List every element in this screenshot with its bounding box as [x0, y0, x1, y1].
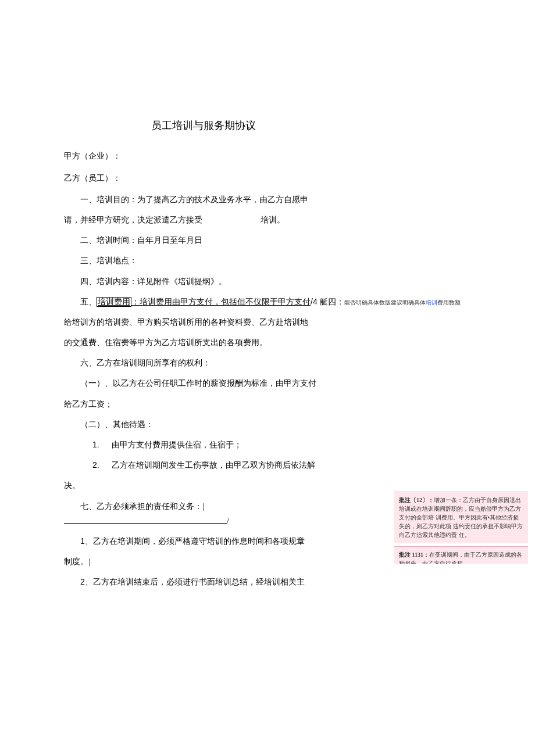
- clause-5-numref: /4 艇四：: [311, 297, 344, 306]
- clause-7-2-text: 2、乙方在培训结束后，必须进行书面培训总结，经培训相关主: [80, 577, 305, 586]
- clause-5-note: 能否明确具体数版建议明确具体培训费用数额: [344, 299, 461, 306]
- clause-1-suffix: 培训。: [261, 216, 285, 224]
- clause-5-prefix: 五、: [80, 298, 97, 306]
- clause-7-prefix: 七、乙方必须承担的责任和义务：: [80, 502, 202, 511]
- clause-5-boxed: 培训费用: [97, 297, 131, 307]
- clause-7-2: 2、乙方在培训结束后，必须进行书面培训总结，经培训相关主: [64, 575, 343, 589]
- clause-1-line1: 一、培训目的：为了提高乙方的技术及业务水平，由乙方自愿申: [64, 192, 343, 207]
- item-1-number: 1.: [92, 440, 99, 449]
- clause-7-1-text: 1、乙方在培训期间，必须严格遵守培训的作息时间和各项规章: [80, 536, 305, 546]
- clause-1-prefix: 请，并经甲方研究，决定派遣乙方接受: [64, 216, 202, 224]
- clause-7: 七、乙方必须承担的责任和义务：|/: [64, 499, 343, 528]
- comment-1131-label: 批注 1131：: [399, 551, 429, 558]
- clause-5-line2: 给培训方的培训费、甲方购买培训所用的各种资料费、乙方赴培训地: [64, 315, 343, 329]
- clause-5-mid: ：培训费用由甲方支付，包括但不仅限于甲方支付: [131, 298, 311, 306]
- clause-7-1a: 1、乙方在培训期间，必须严格遵守培训的作息时间和各项规章: [64, 534, 343, 549]
- clause-6: 六、乙方在培训期间所享有的权利：: [64, 356, 343, 370]
- document-title: 员工培训与服务期协议: [64, 116, 343, 135]
- clause-6-1a: （一）、以乙方在公司任职工作时的薪资报酬为标准，由甲方支付: [64, 376, 343, 390]
- party-b: 乙方（员工）：: [64, 171, 343, 185]
- clause-6-1b: 给乙方工资；: [64, 397, 343, 411]
- clause-3: 三、培训地点：: [64, 253, 343, 268]
- clause-6-item-1: 1.由甲方支付费用提供住宿，住宿于；: [80, 438, 343, 452]
- item-2-text: 乙方在培训期间发生工伤事故，由甲乙双方协商后依法解: [112, 461, 315, 470]
- clause-7-1b-text: 制度。: [64, 557, 88, 566]
- comment-12-label: 批注〔12〕：: [399, 497, 434, 503]
- clause-1-line2: 请，并经甲方研究，决定派遣乙方接受培训。: [64, 213, 343, 227]
- clause-4: 四、培训内容：详见附件《培训提纲》。: [64, 274, 343, 289]
- clause-7-1b: 制度。|: [64, 554, 343, 569]
- comment-box-1131: 批注 1131：在受训期间，由于乙方原因造成的各种损失，由乙方自行承担。: [394, 546, 528, 564]
- clause-5-underline: 培训费用: [98, 298, 130, 306]
- clause-6-item-2b: 决。: [64, 478, 343, 493]
- party-a: 甲方（企业）：: [64, 149, 343, 163]
- item-1-text: 由甲方支付费用提供住宿，住宿于；: [112, 440, 242, 449]
- clause-5-line1: 五、培训费用：培训费用由甲方支付，包括但不仅限于甲方支付/4 艇四：能否明确具体…: [64, 295, 518, 309]
- clause-7-end: /: [227, 517, 229, 525]
- clause-7-blank: [64, 523, 227, 524]
- comment-box-12: 批注〔12〕：增加一条：乙方由于自身原因退出培训或在培训期间辞职的，应当赔偿甲方…: [394, 492, 528, 543]
- clause-7-1b-mark: |: [88, 557, 90, 566]
- clause-7-mark: |: [202, 502, 204, 511]
- clause-5-line3: 的交通费、住宿费等甲方为乙方培训所支出的各项费用。: [64, 335, 343, 350]
- note-part-a: 能否明确具体数版建议明确具体: [344, 299, 426, 306]
- note-part-c: 费用数额: [437, 299, 461, 306]
- clause-2: 二、培训时间：自年月日至年月日: [64, 233, 343, 248]
- clause-6-item-2: 2.乙方在培训期间发生工伤事故，由甲乙双方协商后依法解: [80, 458, 343, 472]
- clause-6-2: （二）、其他待遇：: [64, 417, 343, 432]
- item-2-number: 2.: [92, 460, 99, 470]
- note-part-b: 培训: [426, 299, 437, 306]
